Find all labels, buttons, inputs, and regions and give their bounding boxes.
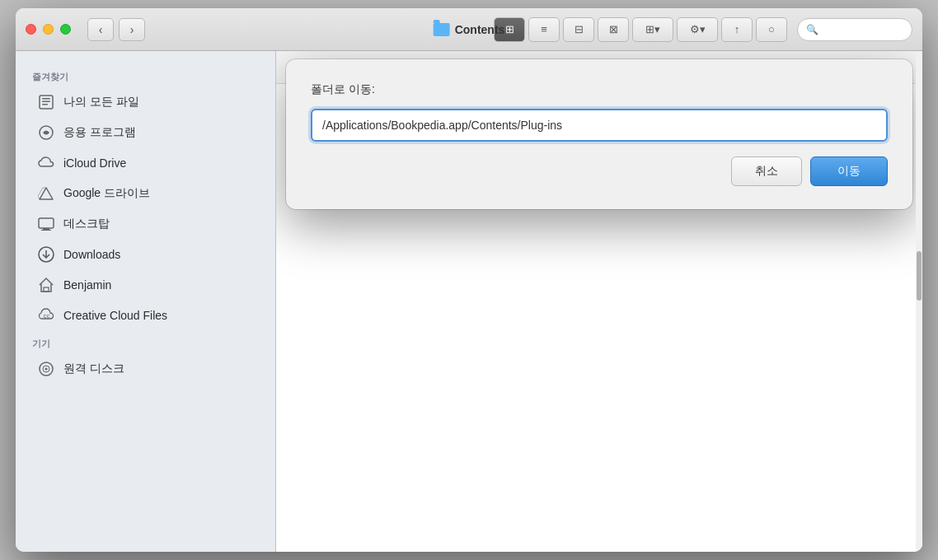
scrollbar[interactable] [916,51,922,552]
desktop-icon [37,215,55,233]
google-drive-label: Google 드라이브 [63,186,150,201]
sidebar-item-downloads[interactable]: Downloads [21,240,270,269]
sidebar-item-icloud[interactable]: iCloud Drive [21,148,270,178]
applications-icon [37,124,55,142]
downloads-label: Downloads [63,248,120,261]
path-input[interactable] [311,109,888,142]
svg-text:cc: cc [44,312,50,320]
view-columns-button[interactable]: ⊟ [563,17,594,42]
title-folder-icon [434,23,450,36]
maximize-button[interactable] [60,24,71,35]
svg-rect-8 [43,228,49,230]
svg-rect-9 [41,230,51,231]
applications-label: 응용 프로그램 [63,125,136,140]
main-content: 즐겨찾기 나의 모든 파일 [16,51,922,552]
sidebar-item-remote-disk[interactable]: 원격 디스크 [21,354,270,384]
search-box[interactable]: 🔍 [797,18,912,41]
downloads-icon [37,245,55,264]
all-files-icon [37,93,55,111]
home-label: Benjamin [63,278,111,292]
view-group-button[interactable]: ⊞▾ [632,17,673,42]
desktop-label: 데스크탑 [63,217,110,231]
svg-rect-7 [39,218,54,228]
remote-disk-label: 원격 디스크 [63,362,124,376]
cancel-button[interactable]: 취소 [731,156,802,186]
share-button[interactable]: ↑ [721,17,753,42]
svg-rect-3 [42,104,48,105]
svg-marker-5 [40,188,53,199]
home-icon [37,276,55,294]
go-button[interactable]: 이동 [810,156,888,186]
devices-header: 기기 [16,331,275,353]
minimize-button[interactable] [43,24,54,35]
creative-cloud-label: Creative Cloud Files [63,309,167,322]
view-gallery-button[interactable]: ⊠ [598,17,629,42]
close-button[interactable] [26,24,36,35]
svg-rect-1 [42,98,50,100]
icloud-icon [37,154,55,172]
view-list-button[interactable]: ≡ [528,17,560,42]
sidebar-item-home[interactable]: Benjamin [21,270,270,300]
sidebar-item-google-drive[interactable]: Google 드라이브 [21,179,270,208]
toolbar-right: ⊞ ≡ ⊟ ⊠ ⊞▾ ⚙▾ ↑ ○ 🔍 [494,17,912,42]
sidebar-item-desktop[interactable]: 데스크탑 [21,209,270,239]
icloud-label: iCloud Drive [63,156,126,170]
favorites-header: 즐겨찾기 [16,64,275,86]
creative-cloud-icon: cc [37,306,55,324]
svg-point-16 [45,368,48,371]
traffic-lights [26,24,71,35]
sidebar-item-applications[interactable]: 응용 프로그램 [21,118,270,147]
finder-window: ‹ › Contents ⊞ ≡ ⊟ ⊠ ⊞▾ ⚙▾ ↑ ○ 🔍 즐겨찾기 [16,8,922,552]
window-title: Contents [455,23,505,36]
settings-button[interactable]: ⚙▾ [677,17,718,42]
nav-buttons: ‹ › [87,18,145,41]
scrollbar-thumb[interactable] [917,251,922,301]
file-area: Info.plist Library MacOS [276,51,922,552]
sidebar-item-creative-cloud[interactable]: cc Creative Cloud Files [21,301,270,330]
sidebar: 즐겨찾기 나의 모든 파일 [16,51,276,552]
title-center: Contents [434,23,505,36]
sidebar-item-all-files[interactable]: 나의 모든 파일 [21,87,270,117]
goto-folder-dialog: 폴더로 이동: 취소 이동 [286,59,912,209]
svg-rect-2 [42,101,50,103]
back-button[interactable]: ‹ [87,18,114,41]
search-icon: 🔍 [806,24,818,35]
dialog-buttons: 취소 이동 [311,156,888,186]
all-files-label: 나의 모든 파일 [63,95,139,110]
remote-disk-icon [37,360,55,378]
forward-button[interactable]: › [119,18,145,41]
google-drive-icon [37,184,55,203]
tag-button[interactable]: ○ [756,17,787,42]
title-bar: ‹ › Contents ⊞ ≡ ⊟ ⊠ ⊞▾ ⚙▾ ↑ ○ 🔍 [16,8,922,51]
dialog-overlay: 폴더로 이동: 취소 이동 [276,51,922,552]
dialog-title: 폴더로 이동: [311,82,888,97]
